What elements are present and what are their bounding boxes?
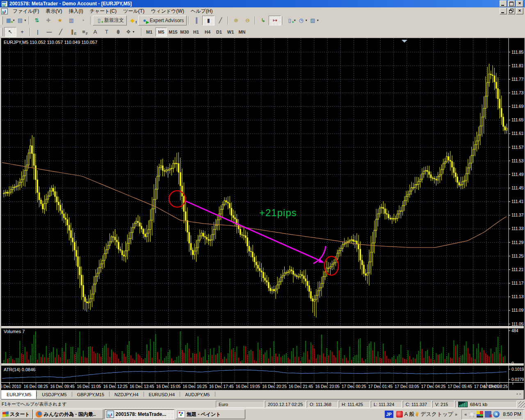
horizontal-line-button[interactable]: — [43, 27, 55, 37]
new-chart-button[interactable]: ▦+▾ [4, 16, 16, 25]
maximize-button[interactable] [508, 0, 515, 7]
market-watch-button[interactable]: ⇅ [31, 16, 43, 25]
indicators-button[interactable]: ▯+▾ [285, 16, 297, 25]
start-button[interactable]: スタート [1, 409, 33, 419]
child-close-button[interactable]: ✕ [516, 8, 523, 14]
bar-chart-button[interactable]: ║ [191, 16, 202, 25]
timeframe-button-m15[interactable]: M15 [168, 28, 178, 36]
signal-bar [466, 402, 467, 407]
timeframe-button-m30[interactable]: M30 [179, 28, 190, 36]
chart-tab-gbpjpym15[interactable]: GBPJPY,M15 [72, 390, 109, 398]
time-axis-label: 17 Dec 05:45 [447, 384, 472, 389]
ime-language-button[interactable]: JP [385, 411, 393, 418]
strategy-tester-button[interactable]: ◔ [77, 16, 89, 25]
network-error-icon[interactable] [485, 411, 491, 418]
chart-tab-usdjpym5[interactable]: USDJPY,M5 [37, 390, 71, 398]
toolbar-chevron-right[interactable]: » [455, 412, 457, 417]
toolbar-separator [255, 16, 256, 25]
ime-globe-icon[interactable]: a [493, 411, 500, 418]
time-axis-label: 17 Dec 04:25 [421, 384, 446, 389]
time-axis-label: 16 Dec 08:25 [24, 384, 48, 389]
zoom-in-button[interactable]: ⊕ [230, 16, 242, 25]
text-button[interactable]: A [89, 27, 101, 37]
time-axis-label: 16 Dec 2010 [1, 384, 21, 389]
chart-tab-nzdjpyh4[interactable]: NZDJPY,H4 [110, 390, 143, 398]
timeframe-button-h4[interactable]: H4 [202, 28, 213, 36]
line-chart-button[interactable]: ╱ [215, 16, 226, 25]
chart-shift-button[interactable]: ↦ [269, 16, 281, 25]
vertical-line-button[interactable]: | [32, 27, 43, 37]
new-chart-icon-badge: + [11, 21, 13, 24]
update-icon[interactable] [468, 411, 475, 418]
fibonacci-button[interactable]: ≡F [78, 27, 89, 37]
trendline-button[interactable]: ╱ [55, 27, 66, 37]
auto-scroll-button[interactable]: ↳ [257, 16, 269, 25]
timeframe-button-mn[interactable]: MN [237, 28, 247, 36]
child-restore-button[interactable] [508, 8, 515, 14]
task-paint[interactable]: 無題 - ペイント [176, 409, 245, 419]
display-icon[interactable] [477, 411, 483, 418]
ime-mode-label[interactable]: A 般 [404, 411, 415, 418]
text-icon: A [92, 29, 99, 35]
profiles-button[interactable]: ▤▾ [16, 16, 27, 25]
menu-item-3[interactable]: チャート(C) [87, 7, 120, 15]
expert-advisors-button-label: Expert Advisors [150, 18, 184, 23]
timeframe-button-d1[interactable]: D1 [214, 28, 224, 36]
tab-scroll-left-icon[interactable]: ◂ [516, 392, 518, 396]
channel-button[interactable]: ∥E [66, 27, 78, 37]
chart-tab-eurjpym5[interactable]: EURJPY,M5 [1, 390, 37, 399]
favorites-button[interactable]: ★ [54, 16, 66, 25]
new-order-button[interactable]: ▯+新規注文 [93, 16, 127, 25]
close-button[interactable]: ✕ [516, 0, 523, 7]
ime-pad-icon[interactable] [396, 411, 403, 418]
quote-currency-cell: Euro [216, 401, 264, 408]
chart-canvas[interactable]: 111.855111.815111.775111.735111.695111.6… [1, 38, 524, 390]
chart-window-icon[interactable] [1, 8, 8, 14]
timeframe-button-m1[interactable]: M1 [144, 28, 155, 36]
task-firefox[interactable]: みんなの外為 - 国内最.. [34, 409, 103, 419]
alert-button[interactable]: ◆! [127, 16, 138, 25]
timeframe-button-w1[interactable]: W1 [225, 28, 236, 36]
arrows-button[interactable]: ❖▾ [124, 27, 135, 37]
candlestick-chart-button[interactable]: ▮ [202, 16, 215, 25]
menu-item-4[interactable]: ツール(T) [120, 7, 148, 15]
toolbar-grip[interactable] [1, 28, 3, 36]
menu-item-2[interactable]: 挿入(I) [65, 7, 86, 15]
menu-item-6[interactable]: ヘルプ(H) [187, 7, 216, 15]
timeframe-button-m5[interactable]: M5 [155, 27, 167, 37]
connection-signal-icon [458, 402, 468, 407]
zoom-out-button[interactable]: ⊖ [242, 16, 253, 25]
chart-tab-eurusdh4[interactable]: EURUSD,H4 [144, 390, 180, 398]
templates-button[interactable]: ▨▾ [308, 16, 320, 25]
chart-tab-audjpym5[interactable]: AUDJPY,M5 [180, 390, 215, 398]
child-minimize-button[interactable] [500, 8, 507, 14]
tab-scroll-right-icon[interactable]: ▸ [519, 392, 521, 396]
periods-button[interactable]: ◷▾ [297, 16, 308, 25]
cursor-button[interactable]: ↖ [4, 27, 16, 37]
resize-grip[interactable] [518, 401, 525, 408]
task-metatrader[interactable]: 2001578: MetaTrade... [105, 409, 174, 419]
crosshair-button[interactable]: + [16, 27, 28, 37]
text-label-button[interactable]: T [101, 27, 112, 37]
data-window-button[interactable]: ▥ [66, 16, 77, 25]
shapes-button[interactable]: ⬮ [112, 27, 124, 37]
navigator-button[interactable]: ✚ [43, 16, 54, 25]
menu-item-1[interactable]: 表示(V) [42, 7, 65, 15]
desktop-toolbar-label[interactable]: デスクトップ [420, 411, 453, 418]
strategy-tester-icon: ◔ [80, 17, 87, 24]
profiles-icon: ▤ [16, 17, 23, 24]
indicators-icon: ▯+ [286, 17, 293, 24]
dropdown-arrow-icon: ▾ [24, 18, 26, 22]
menu-item-5[interactable]: ウィンドウ(W) [148, 7, 187, 15]
crosshair-icon: + [19, 29, 26, 35]
tray-chevron-left[interactable]: « [464, 412, 467, 417]
toolbar-grip[interactable] [1, 16, 3, 25]
minimize-button[interactable] [500, 0, 507, 7]
menu-item-0[interactable]: ファイル(F) [9, 7, 42, 15]
timeframe-button-h1[interactable]: H1 [191, 28, 201, 36]
ime-pen-icon[interactable] [415, 412, 419, 417]
time-axis-label: 16 Dec 15:05 [156, 384, 181, 389]
expert-advisors-button[interactable]: ●▶Expert Advisors [138, 16, 187, 25]
zoom-out-icon: ⊖ [244, 17, 251, 24]
title-bar[interactable]: 2001578: MetaTrader - Demo Account - [EU… [0, 0, 525, 7]
